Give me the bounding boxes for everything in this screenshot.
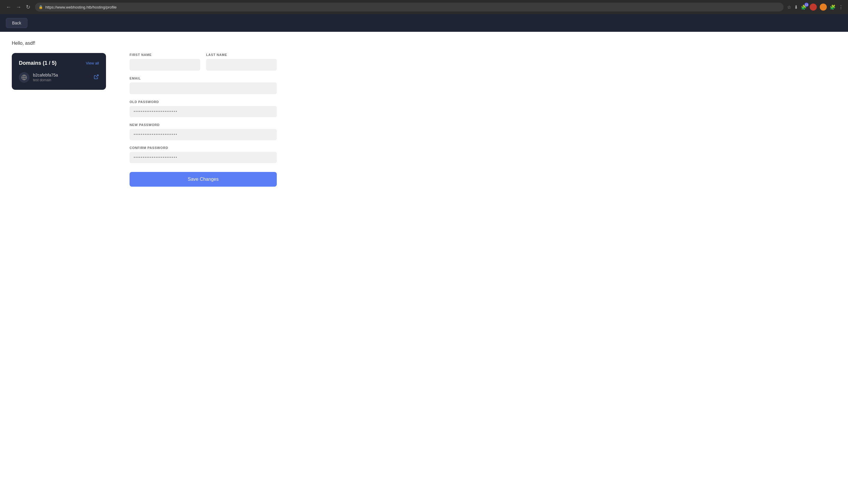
domain-info: b2cafebfa75a test domain (33, 73, 58, 82)
first-name-label: FIRST NAME (129, 53, 200, 56)
confirm-password-input[interactable] (129, 152, 277, 163)
domain-name: b2cafebfa75a (33, 73, 58, 77)
confirm-password-label: CONFIRM PASSWORD (129, 146, 277, 149)
view-all-link[interactable]: View all (86, 61, 99, 65)
new-password-group: NEW PASSWORD (129, 123, 277, 140)
new-password-label: NEW PASSWORD (129, 123, 277, 127)
security-icon: 🔒 (39, 5, 43, 9)
last-name-label: LAST NAME (206, 53, 277, 56)
forward-nav-button[interactable]: → (15, 3, 22, 11)
domains-card-header: Domains (1 / 5) View all (19, 60, 99, 66)
save-changes-button[interactable]: Save Changes (129, 172, 277, 187)
first-name-input[interactable] (129, 59, 200, 71)
top-bar: Back (0, 14, 848, 32)
email-label: EMAIL (129, 76, 277, 80)
domain-description: test domain (33, 78, 58, 82)
svg-line-2 (96, 75, 98, 77)
old-password-input[interactable] (129, 106, 277, 117)
back-nav-button[interactable]: ← (5, 3, 12, 11)
extensions-badge[interactable]: 🧩 12 (801, 4, 807, 10)
last-name-group: LAST NAME (206, 53, 277, 71)
first-name-group: FIRST NAME (129, 53, 200, 71)
domain-item-left: b2cafebfa75a test domain (19, 72, 58, 83)
domains-card: Domains (1 / 5) View all b2cafebfa75a te (12, 53, 106, 90)
new-password-input[interactable] (129, 129, 277, 140)
domain-item: b2cafebfa75a test domain (19, 72, 99, 83)
back-button[interactable]: Back (6, 18, 28, 28)
profile-form: FIRST NAME LAST NAME EMAIL OLD PASSWORD (129, 53, 277, 187)
old-password-group: OLD PASSWORD (129, 100, 277, 117)
main-layout: Domains (1 / 5) View all b2cafebfa75a te (12, 53, 400, 187)
profile-avatar-2[interactable] (820, 3, 827, 11)
domain-icon (19, 72, 30, 83)
domains-title: Domains (1 / 5) (19, 60, 56, 66)
email-input[interactable] (129, 83, 277, 94)
page-content: Hello, asdf! Domains (1 / 5) View all (0, 32, 412, 196)
bookmark-icon[interactable]: ☆ (787, 4, 791, 10)
browser-nav-buttons: ← → ↻ (5, 3, 32, 11)
confirm-password-group: CONFIRM PASSWORD (129, 146, 277, 163)
refresh-button[interactable]: ↻ (25, 3, 32, 11)
address-bar[interactable]: 🔒 (35, 3, 783, 12)
extensions-icon[interactable]: 🧩 (830, 4, 836, 10)
email-group: EMAIL (129, 76, 277, 94)
greeting-text: Hello, asdf! (12, 41, 400, 46)
url-input[interactable] (46, 5, 780, 10)
pocket-icon[interactable]: ⬇ (794, 4, 798, 10)
badge-count: 12 (805, 3, 809, 7)
profile-avatar-1[interactable] (810, 3, 817, 11)
browser-actions: ☆ ⬇ 🧩 12 🧩 ⋮ (787, 3, 843, 11)
old-password-label: OLD PASSWORD (129, 100, 277, 104)
menu-icon[interactable]: ⋮ (838, 4, 843, 10)
name-row: FIRST NAME LAST NAME (129, 53, 277, 71)
last-name-input[interactable] (206, 59, 277, 71)
browser-chrome: ← → ↻ 🔒 ☆ ⬇ 🧩 12 🧩 ⋮ (0, 0, 848, 14)
external-link-button[interactable] (94, 74, 99, 81)
